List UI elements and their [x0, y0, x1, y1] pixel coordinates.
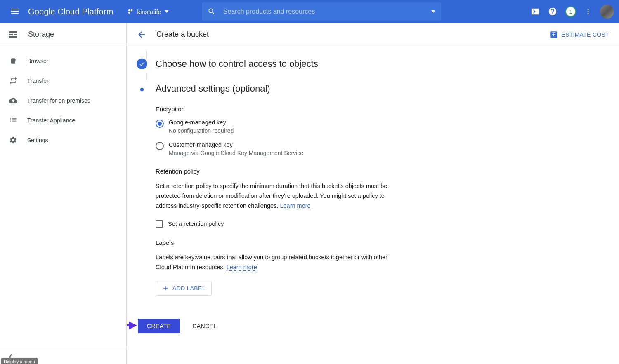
cloud-upload-icon: [9, 96, 17, 105]
project-selector[interactable]: kinstalife: [123, 5, 172, 18]
sidebar-item-label: Transfer: [27, 77, 49, 84]
step-completed-row[interactable]: Choose how to control access to objects: [137, 59, 521, 69]
back-arrow-icon[interactable]: [137, 30, 146, 40]
radio-checked-icon: [156, 120, 164, 128]
sidebar-item-label: Browser: [27, 58, 48, 64]
sidebar-item-label: Settings: [27, 137, 48, 143]
bucket-icon: [9, 57, 17, 65]
chevron-down-icon: [165, 10, 169, 13]
search-dropdown-icon[interactable]: [431, 10, 435, 13]
cloud-shell-icon[interactable]: [531, 7, 540, 16]
annotation-arrow: [127, 319, 137, 333]
gear-icon: [9, 136, 17, 144]
svg-point-1: [130, 9, 132, 12]
sidebar-item-label: Transfer Appliance: [27, 117, 75, 124]
checkbox-label: Set a retention policy: [168, 221, 224, 227]
more-icon[interactable]: [584, 7, 592, 16]
page-title: Create a bucket: [156, 30, 209, 39]
appliance-icon: [9, 116, 17, 124]
svg-rect-9: [9, 36, 17, 38]
main-header: Create a bucket ESTIMATE COST: [127, 23, 619, 46]
labels-learn-more-link[interactable]: Learn more: [227, 264, 257, 271]
svg-rect-8: [14, 34, 17, 35]
sidebar-item-transfer[interactable]: Transfer: [0, 71, 126, 91]
svg-point-0: [128, 9, 130, 12]
search-input[interactable]: [223, 8, 426, 15]
svg-rect-7: [9, 34, 13, 35]
radio-unchecked-icon: [156, 142, 164, 150]
calculator-icon: [550, 31, 558, 39]
encryption-heading: Encryption: [156, 106, 521, 113]
sidebar-item-transfer-appliance[interactable]: Transfer Appliance: [0, 110, 126, 130]
svg-point-2: [128, 12, 130, 14]
svg-marker-12: [129, 321, 137, 329]
step-current-indicator: [137, 88, 147, 91]
radio-google-managed-key[interactable]: Google-managed key No configuration requ…: [156, 119, 521, 134]
create-button[interactable]: CREATE: [138, 319, 180, 333]
estimate-cost-link[interactable]: ESTIMATE COST: [550, 31, 609, 39]
sidebar-item-transfer-onprem[interactable]: Transfer for on-premises: [0, 91, 126, 110]
svg-point-5: [588, 13, 589, 14]
sidebar-item-label: Transfer for on-premises: [27, 97, 90, 104]
step-completed-title: Choose how to control access to objects: [156, 59, 318, 69]
radio-label: Customer-managed key: [169, 141, 303, 148]
sidebar-item-browser[interactable]: Browser: [0, 51, 126, 71]
search-icon: [208, 7, 216, 16]
step-current-title: Advanced settings (optional): [156, 83, 270, 94]
project-name: kinstalife: [137, 8, 161, 15]
radio-customer-managed-key[interactable]: Customer-managed key Manage via Google C…: [156, 141, 521, 156]
labels-heading: Labels: [156, 239, 521, 246]
labels-description: Labels are key:value pairs that allow yo…: [156, 254, 387, 270]
retention-learn-more-link[interactable]: Learn more: [280, 202, 310, 209]
main-content: Create a bucket ESTIMATE COST Choose how…: [127, 23, 619, 364]
transfer-icon: [9, 77, 17, 85]
plus-icon: [162, 284, 169, 292]
svg-point-4: [588, 11, 589, 12]
radio-label: Google-managed key: [169, 119, 234, 126]
retention-checkbox[interactable]: Set a retention policy: [156, 220, 521, 228]
top-header: Google Cloud Platform kinstalife 1: [0, 0, 619, 23]
storage-icon: [8, 30, 18, 40]
sidebar-header: Storage: [0, 23, 126, 46]
sidebar-item-settings[interactable]: Settings: [0, 130, 126, 150]
header-actions: 1: [531, 5, 614, 19]
sidebar-footer: ❮| Display a menu: [0, 349, 126, 364]
avatar[interactable]: [600, 5, 614, 19]
cancel-button[interactable]: CANCEL: [192, 323, 217, 329]
checkbox-unchecked-icon: [156, 220, 163, 228]
retention-heading: Retention policy: [156, 168, 521, 175]
menu-icon[interactable]: [5, 1, 25, 22]
check-icon: [137, 59, 147, 69]
estimate-cost-label: ESTIMATE COST: [561, 31, 609, 38]
svg-rect-10: [552, 33, 555, 34]
svg-rect-6: [9, 31, 17, 33]
radio-helper: No configuration required: [169, 127, 234, 134]
svg-point-3: [588, 9, 589, 10]
add-label-button[interactable]: ADD LABEL: [156, 281, 212, 296]
help-icon[interactable]: [548, 7, 557, 16]
add-label-text: ADD LABEL: [172, 285, 206, 291]
retention-description: Set a retention policy to specify the mi…: [156, 183, 387, 209]
radio-helper: Manage via Google Cloud Key Management S…: [169, 150, 303, 156]
sidebar-title: Storage: [28, 30, 54, 39]
search-box[interactable]: [202, 2, 441, 21]
sidebar: Storage Browser Transfer Transfer for on…: [0, 23, 127, 364]
notifications-badge[interactable]: 1: [565, 6, 576, 17]
gcp-logo[interactable]: Google Cloud Platform: [28, 7, 113, 16]
tooltip: Display a menu: [1, 358, 38, 364]
